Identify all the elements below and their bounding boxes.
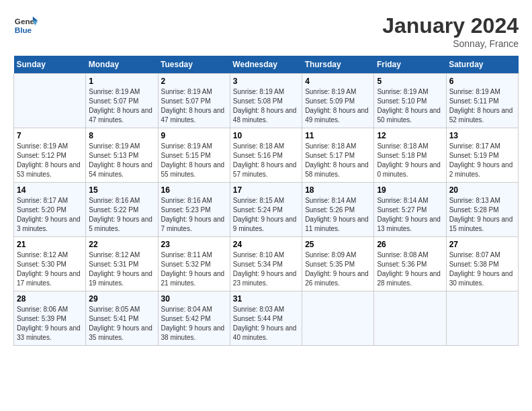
day-number: 10 [233,131,299,140]
calendar-cell: 21Sunrise: 8:12 AMSunset: 5:30 PMDayligh… [14,237,86,291]
day-info: Sunrise: 8:10 AMSunset: 5:34 PMDaylight:… [233,250,299,288]
month-title: January 2024 [382,13,519,38]
day-number: 29 [89,294,154,304]
calendar-cell: 22Sunrise: 8:12 AMSunset: 5:31 PMDayligh… [86,237,158,291]
weekday-header-row: SundayMondayTuesdayWednesdayThursdayFrid… [14,56,519,74]
day-info: Sunrise: 8:03 AMSunset: 5:44 PMDaylight:… [233,305,299,342]
day-info: Sunrise: 8:12 AMSunset: 5:31 PMDaylight:… [89,250,154,288]
calendar-cell: 11Sunrise: 8:18 AMSunset: 5:17 PMDayligh… [302,128,374,183]
logo-icon: General Blue [13,13,38,38]
calendar-cell: 13Sunrise: 8:17 AMSunset: 5:19 PMDayligh… [446,128,518,183]
calendar-cell: 31Sunrise: 8:03 AMSunset: 5:44 PMDayligh… [230,291,302,346]
calendar-cell [14,74,86,128]
calendar-cell: 4Sunrise: 8:19 AMSunset: 5:09 PMDaylight… [302,74,374,128]
calendar-cell: 26Sunrise: 8:08 AMSunset: 5:36 PMDayligh… [374,237,446,291]
day-info: Sunrise: 8:19 AMSunset: 5:15 PMDaylight:… [161,142,227,179]
day-number: 28 [17,294,83,304]
day-info: Sunrise: 8:13 AMSunset: 5:28 PMDaylight:… [449,196,515,234]
calendar-cell [374,291,446,346]
calendar-cell: 8Sunrise: 8:19 AMSunset: 5:13 PMDaylight… [86,128,158,183]
calendar-cell: 15Sunrise: 8:16 AMSunset: 5:22 PMDayligh… [86,183,158,237]
calendar-week-row: 14Sunrise: 8:17 AMSunset: 5:20 PMDayligh… [14,183,519,237]
calendar-cell: 3Sunrise: 8:19 AMSunset: 5:08 PMDaylight… [230,74,302,128]
day-number: 12 [377,131,443,140]
title-area: January 2024 Sonnay, France [382,13,519,49]
day-number: 19 [377,185,443,195]
day-info: Sunrise: 8:08 AMSunset: 5:36 PMDaylight:… [377,250,443,288]
day-info: Sunrise: 8:11 AMSunset: 5:32 PMDaylight:… [161,250,227,288]
calendar-cell: 19Sunrise: 8:14 AMSunset: 5:27 PMDayligh… [374,183,446,237]
weekday-header: Saturday [446,56,518,74]
calendar-week-row: 7Sunrise: 8:19 AMSunset: 5:12 PMDaylight… [14,128,519,183]
day-number: 14 [17,185,83,195]
calendar-cell: 28Sunrise: 8:06 AMSunset: 5:39 PMDayligh… [14,291,86,346]
day-info: Sunrise: 8:17 AMSunset: 5:19 PMDaylight:… [449,142,515,179]
calendar-cell: 16Sunrise: 8:16 AMSunset: 5:23 PMDayligh… [158,183,230,237]
day-number: 22 [89,240,154,249]
day-info: Sunrise: 8:14 AMSunset: 5:26 PMDaylight:… [305,196,371,234]
day-number: 23 [161,240,227,249]
day-info: Sunrise: 8:16 AMSunset: 5:23 PMDaylight:… [161,196,227,234]
day-info: Sunrise: 8:18 AMSunset: 5:17 PMDaylight:… [305,142,371,179]
day-number: 25 [305,240,371,249]
calendar-cell: 9Sunrise: 8:19 AMSunset: 5:15 PMDaylight… [158,128,230,183]
weekday-header: Tuesday [158,56,230,74]
calendar-cell: 5Sunrise: 8:19 AMSunset: 5:10 PMDaylight… [374,74,446,128]
weekday-header: Friday [374,56,446,74]
day-number: 5 [377,77,443,86]
day-number: 4 [305,77,371,86]
day-info: Sunrise: 8:07 AMSunset: 5:38 PMDaylight:… [449,250,515,288]
day-number: 18 [305,185,371,195]
day-number: 27 [449,240,515,249]
day-info: Sunrise: 8:14 AMSunset: 5:27 PMDaylight:… [377,196,443,234]
calendar-cell [446,291,518,346]
calendar-cell: 12Sunrise: 8:18 AMSunset: 5:18 PMDayligh… [374,128,446,183]
calendar-cell: 10Sunrise: 8:18 AMSunset: 5:16 PMDayligh… [230,128,302,183]
day-number: 2 [161,77,227,86]
day-info: Sunrise: 8:04 AMSunset: 5:42 PMDaylight:… [161,305,227,342]
calendar-cell: 18Sunrise: 8:14 AMSunset: 5:26 PMDayligh… [302,183,374,237]
day-number: 21 [17,240,83,249]
calendar-cell: 7Sunrise: 8:19 AMSunset: 5:12 PMDaylight… [14,128,86,183]
day-info: Sunrise: 8:19 AMSunset: 5:11 PMDaylight:… [449,87,515,125]
calendar-cell [302,291,374,346]
day-number: 24 [233,240,299,249]
day-info: Sunrise: 8:15 AMSunset: 5:24 PMDaylight:… [233,196,299,234]
day-info: Sunrise: 8:19 AMSunset: 5:07 PMDaylight:… [89,87,154,125]
day-number: 13 [449,131,515,140]
day-info: Sunrise: 8:12 AMSunset: 5:30 PMDaylight:… [17,250,83,288]
day-info: Sunrise: 8:19 AMSunset: 5:13 PMDaylight:… [89,142,154,179]
day-info: Sunrise: 8:19 AMSunset: 5:09 PMDaylight:… [305,87,371,125]
weekday-header: Monday [86,56,158,74]
day-number: 17 [233,185,299,195]
day-number: 3 [233,77,299,86]
day-info: Sunrise: 8:18 AMSunset: 5:18 PMDaylight:… [377,142,443,179]
day-info: Sunrise: 8:19 AMSunset: 5:10 PMDaylight:… [377,87,443,125]
day-number: 30 [161,294,227,304]
calendar-cell: 2Sunrise: 8:19 AMSunset: 5:07 PMDaylight… [158,74,230,128]
weekday-header: Wednesday [230,56,302,74]
calendar-week-row: 28Sunrise: 8:06 AMSunset: 5:39 PMDayligh… [14,291,519,346]
day-number: 7 [17,131,83,140]
calendar-cell: 24Sunrise: 8:10 AMSunset: 5:34 PMDayligh… [230,237,302,291]
calendar-cell: 14Sunrise: 8:17 AMSunset: 5:20 PMDayligh… [14,183,86,237]
calendar-cell: 6Sunrise: 8:19 AMSunset: 5:11 PMDaylight… [446,74,518,128]
day-info: Sunrise: 8:19 AMSunset: 5:07 PMDaylight:… [161,87,227,125]
calendar-cell: 17Sunrise: 8:15 AMSunset: 5:24 PMDayligh… [230,183,302,237]
calendar-cell: 29Sunrise: 8:05 AMSunset: 5:41 PMDayligh… [86,291,158,346]
svg-text:Blue: Blue [15,26,32,34]
day-info: Sunrise: 8:09 AMSunset: 5:35 PMDaylight:… [305,250,371,288]
day-number: 15 [89,185,154,195]
day-number: 1 [89,77,154,86]
day-info: Sunrise: 8:05 AMSunset: 5:41 PMDaylight:… [89,305,154,342]
day-number: 16 [161,185,227,195]
weekday-header: Thursday [302,56,374,74]
day-number: 26 [377,240,443,249]
calendar-cell: 27Sunrise: 8:07 AMSunset: 5:38 PMDayligh… [446,237,518,291]
day-info: Sunrise: 8:17 AMSunset: 5:20 PMDaylight:… [17,196,83,234]
day-number: 11 [305,131,371,140]
day-number: 20 [449,185,515,195]
calendar-table: SundayMondayTuesdayWednesdayThursdayFrid… [13,56,519,346]
calendar-cell: 23Sunrise: 8:11 AMSunset: 5:32 PMDayligh… [158,237,230,291]
calendar-cell: 30Sunrise: 8:04 AMSunset: 5:42 PMDayligh… [158,291,230,346]
